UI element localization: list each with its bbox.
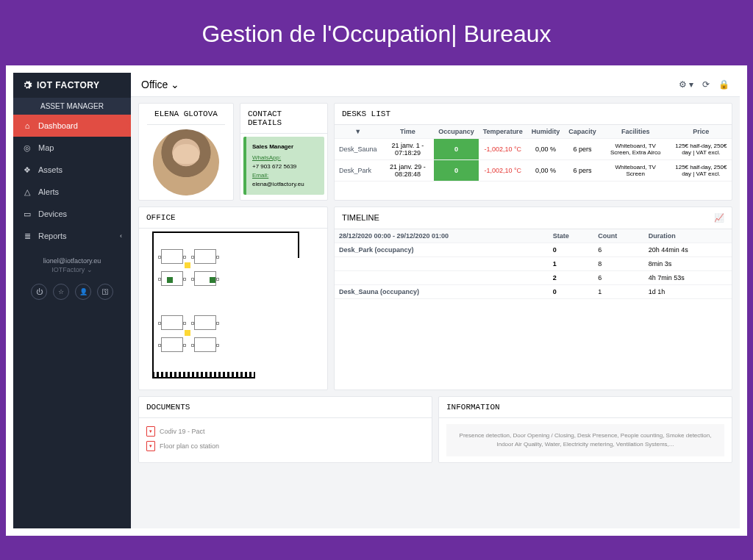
contact-block: Sales Manager WhatsApp: +7 903 672 5639 …: [243, 137, 324, 195]
table-row[interactable]: Desk_Park 21 janv. 29 - 08:28:48 0 -1,00…: [335, 160, 732, 182]
col-time[interactable]: Time: [382, 125, 435, 139]
nav-dashboard[interactable]: ⌂ Dashboard: [13, 115, 131, 137]
device-icon: ▭: [22, 209, 32, 219]
floorplan[interactable]: [139, 229, 327, 390]
email-link[interactable]: Email:: [252, 172, 268, 179]
nav-reports[interactable]: ≣ Reports ‹: [13, 225, 131, 247]
slide-title: Gestion de l'Occupation| Bureaux: [0, 0, 753, 65]
nav-devices[interactable]: ▭ Devices: [13, 203, 131, 225]
star-icon[interactable]: ☆: [53, 284, 69, 300]
timeline-title: TIMELINE 📈: [335, 207, 732, 229]
breadcrumb[interactable]: Office ⌄: [141, 79, 179, 90]
report-icon: ≣: [22, 231, 32, 241]
user-org[interactable]: IOTFactory ⌄: [13, 266, 131, 273]
nav-label: Alerts: [38, 187, 59, 196]
col-price[interactable]: Price: [671, 125, 732, 139]
col-facilities[interactable]: Facilities: [601, 125, 671, 139]
gear-icon[interactable]: ⚙ ▾: [679, 79, 693, 90]
desks-title: DESKS LIST: [335, 104, 732, 125]
refresh-icon[interactable]: ⟳: [702, 79, 710, 90]
contact-card: CONTACT DETAILS Sales Manager WhatsApp: …: [240, 103, 328, 201]
lock-icon[interactable]: 🔒: [718, 79, 729, 90]
home-icon: ⌂: [22, 121, 32, 131]
timeline-table: 28/12/2020 00:00 - 29/12/2020 01:00 Stat…: [335, 229, 732, 299]
key-icon[interactable]: ⚿: [97, 284, 113, 300]
document-item[interactable]: Floor plan co station: [146, 439, 424, 453]
marker-green[interactable]: [167, 277, 173, 283]
marker-yellow[interactable]: [185, 262, 190, 268]
desks-table: ▼ Time Occupancy Temperature Humidity Ca…: [335, 125, 732, 182]
contact-title: CONTACT DETAILS: [240, 104, 327, 134]
main: Office ⌄ ⚙ ▾ ⟳ 🔒 ELENA GLOTOVA CONTACT D…: [131, 73, 740, 528]
sidebar-icon-row: ⏻ ☆ 👤 ⚿: [13, 284, 131, 300]
avatar: [153, 129, 219, 195]
user-icon[interactable]: 👤: [75, 284, 91, 300]
documents-title: DOCUMENTS: [139, 397, 432, 418]
contact-email: elena@iotfactory.eu: [252, 181, 304, 187]
col-duration[interactable]: Duration: [644, 229, 732, 243]
brand-logo: IOT FACTORY: [13, 73, 131, 98]
col-occupancy[interactable]: Occupancy: [434, 125, 479, 139]
section-label: ASSET MANAGER: [13, 98, 131, 115]
information-text: Presence detection, Door Opening / Closi…: [446, 424, 724, 456]
desks-card: DESKS LIST ▼ Time Occupancy Temperature …: [334, 103, 732, 201]
table-row[interactable]: Desk_Sauna 21 janv. 1 - 07:18:29 0 -1,00…: [335, 139, 732, 160]
nav-label: Map: [38, 143, 54, 152]
profile-card: ELENA GLOTOVA: [138, 103, 234, 201]
power-icon[interactable]: ⏻: [31, 284, 47, 300]
timeline-card: TIMELINE 📈 28/12/2020 00:00 - 29/12/2020…: [334, 207, 732, 390]
nav-label: Assets: [38, 165, 63, 174]
table-row[interactable]: Desk_Park (occupancy)0620h 44min 4s: [335, 243, 732, 257]
office-card: OFFICE: [138, 207, 328, 390]
nav-label: Dashboard: [38, 121, 78, 130]
contact-role: Sales Manager: [252, 143, 318, 151]
information-card: INFORMATION Presence detection, Door Ope…: [438, 396, 732, 463]
col-capacity[interactable]: Capacity: [564, 125, 601, 139]
pdf-icon: [146, 441, 155, 451]
nav-map[interactable]: ◎ Map: [13, 137, 131, 159]
nav-label: Devices: [38, 209, 67, 218]
profile-title: ELENA GLOTOVA: [147, 104, 225, 125]
topbar: Office ⌄ ⚙ ▾ ⟳ 🔒: [131, 73, 740, 97]
information-title: INFORMATION: [439, 397, 732, 418]
user-email: lionel@iotfactory.eu: [13, 257, 131, 265]
table-row[interactable]: 264h 7min 53s: [335, 271, 732, 285]
table-row[interactable]: 188min 3s: [335, 257, 732, 271]
office-title: OFFICE: [139, 207, 327, 229]
chevron-left-icon: ‹: [120, 232, 122, 240]
marker-yellow[interactable]: [185, 330, 190, 336]
pin-icon: ◎: [22, 143, 32, 153]
nav-assets[interactable]: ❖ Assets: [13, 159, 131, 181]
timeline-range: 28/12/2020 00:00 - 29/12/2020 01:00: [335, 229, 549, 243]
documents-card: DOCUMENTS Codiv 19 - Pact Floor plan co …: [138, 396, 432, 463]
col-state[interactable]: State: [549, 229, 593, 243]
col-filter[interactable]: ▼: [335, 125, 382, 139]
whatsapp-link[interactable]: WhatsApp:: [252, 154, 281, 161]
col-temperature[interactable]: Temperature: [479, 125, 527, 139]
sidebar: IOT FACTORY ASSET MANAGER ⌂ Dashboard ◎ …: [13, 73, 131, 528]
pdf-icon: [146, 426, 155, 437]
nav-alerts[interactable]: △ Alerts: [13, 181, 131, 203]
table-row[interactable]: Desk_Sauna (occupancy)011d 1h: [335, 285, 732, 299]
chart-icon[interactable]: 📈: [714, 213, 724, 223]
contact-phone: +7 903 672 5639: [252, 163, 296, 170]
document-item[interactable]: Codiv 19 - Pact: [146, 424, 424, 439]
col-humidity[interactable]: Humidity: [527, 125, 565, 139]
bell-icon: △: [22, 187, 32, 197]
col-count[interactable]: Count: [593, 229, 644, 243]
cubes-icon: ❖: [22, 165, 32, 175]
gear-icon: [22, 80, 32, 90]
marker-green[interactable]: [210, 277, 215, 283]
app-frame: IOT FACTORY ASSET MANAGER ⌂ Dashboard ◎ …: [6, 65, 747, 536]
nav-label: Reports: [38, 231, 67, 240]
